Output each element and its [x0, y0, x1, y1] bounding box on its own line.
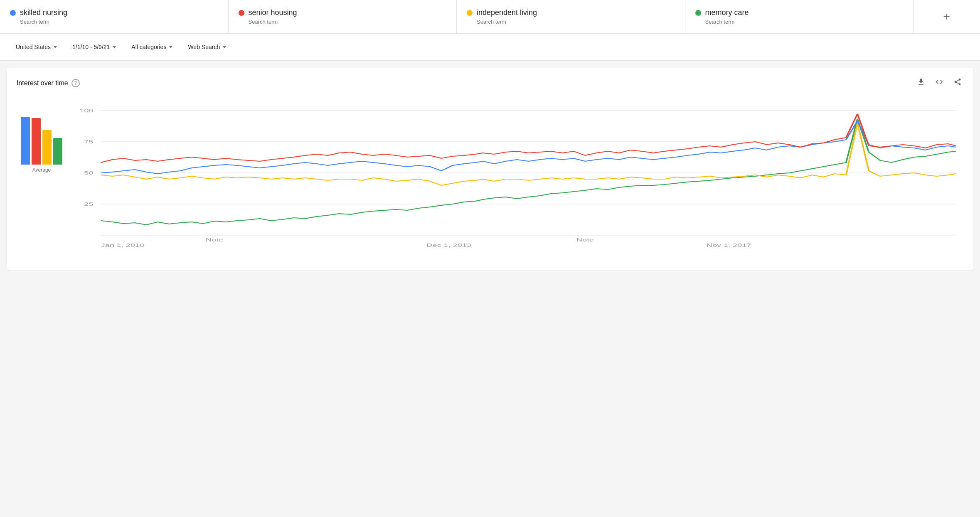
svg-text:50: 50 — [84, 170, 93, 175]
avg-bar-skilled-nursing — [21, 117, 30, 165]
search-term-header-3: independent living — [467, 8, 675, 17]
date-range-label: 1/1/10 - 5/9/21 — [72, 44, 110, 50]
svg-text:100: 100 — [79, 108, 93, 113]
add-search-term-button[interactable]: + — [914, 0, 980, 33]
search-term-header-2: senior housing — [239, 8, 447, 17]
filters-bar: United States 1/1/10 - 5/9/21 All catego… — [0, 34, 980, 61]
download-button[interactable] — [915, 76, 927, 90]
svg-text:25: 25 — [84, 202, 93, 207]
independent-living-name: independent living — [477, 8, 537, 17]
interest-over-time-card: Interest over time ? — [7, 68, 973, 270]
avg-bar-senior-housing — [32, 118, 41, 165]
average-section: Average — [17, 98, 71, 257]
senior-housing-line — [101, 114, 956, 162]
location-filter[interactable]: United States — [10, 40, 63, 54]
search-term-item-senior-housing[interactable]: senior housing Search term — [229, 0, 457, 33]
senior-housing-type: Search term — [239, 19, 447, 25]
senior-housing-name: senior housing — [249, 8, 297, 17]
embed-button[interactable] — [933, 76, 945, 90]
search-terms-bar: skilled nursing Search term senior housi… — [0, 0, 980, 34]
chart-title-group: Interest over time ? — [17, 79, 80, 87]
add-icon: + — [943, 10, 950, 23]
embed-icon — [935, 78, 943, 86]
share-button[interactable] — [952, 76, 963, 90]
line-chart-section: 100 75 50 25 Jan 1, 2010 Dec 1, 2013 Nov… — [71, 98, 963, 257]
svg-text:Note: Note — [206, 237, 223, 242]
independent-living-type: Search term — [467, 19, 675, 25]
search-type-chevron-icon — [222, 46, 227, 48]
search-type-label: Web Search — [188, 44, 220, 50]
svg-text:Jan 1, 2010: Jan 1, 2010 — [101, 243, 145, 248]
search-term-header-4: memory care — [695, 8, 904, 17]
date-range-chevron-icon — [112, 46, 116, 48]
search-term-item-independent-living[interactable]: independent living Search term — [457, 0, 685, 33]
location-label: United States — [16, 44, 51, 50]
share-icon — [953, 78, 962, 86]
location-chevron-icon — [53, 46, 57, 48]
svg-text:Nov 1, 2017: Nov 1, 2017 — [707, 243, 751, 248]
search-term-item-skilled-nursing[interactable]: skilled nursing Search term — [0, 0, 229, 33]
avg-bar-memory-care — [53, 138, 62, 165]
main-content: Interest over time ? — [0, 61, 980, 276]
date-range-filter[interactable]: 1/1/10 - 5/9/21 — [66, 40, 122, 54]
chart-actions — [915, 76, 963, 90]
svg-text:75: 75 — [84, 139, 93, 144]
category-chevron-icon — [169, 46, 173, 48]
category-filter[interactable]: All categories — [126, 40, 179, 54]
average-bars — [21, 98, 62, 165]
skilled-nursing-name: skilled nursing — [20, 8, 67, 17]
memory-care-line — [101, 119, 956, 225]
search-term-header: skilled nursing — [10, 8, 218, 17]
chart-body: Average 100 75 50 25 Jan 1, 2 — [17, 98, 963, 257]
independent-living-dot — [467, 10, 473, 16]
svg-text:Dec 1, 2013: Dec 1, 2013 — [426, 243, 471, 248]
help-icon[interactable]: ? — [71, 79, 80, 87]
skilled-nursing-type: Search term — [10, 19, 218, 25]
svg-text:Note: Note — [576, 237, 594, 242]
search-type-filter[interactable]: Web Search — [182, 40, 232, 54]
download-icon — [917, 78, 925, 86]
memory-care-name: memory care — [705, 8, 749, 17]
average-label: Average — [32, 167, 51, 173]
line-chart-svg: 100 75 50 25 Jan 1, 2010 Dec 1, 2013 Nov… — [71, 98, 963, 256]
independent-living-line — [101, 123, 956, 185]
avg-bar-independent-living — [42, 130, 52, 165]
senior-housing-dot — [239, 10, 244, 16]
memory-care-type: Search term — [695, 19, 904, 25]
memory-care-dot — [695, 10, 701, 16]
category-label: All categories — [131, 44, 166, 50]
skilled-nursing-dot — [10, 10, 16, 16]
chart-title: Interest over time — [17, 79, 68, 87]
search-term-item-memory-care[interactable]: memory care Search term — [685, 0, 914, 33]
chart-header: Interest over time ? — [17, 76, 963, 90]
